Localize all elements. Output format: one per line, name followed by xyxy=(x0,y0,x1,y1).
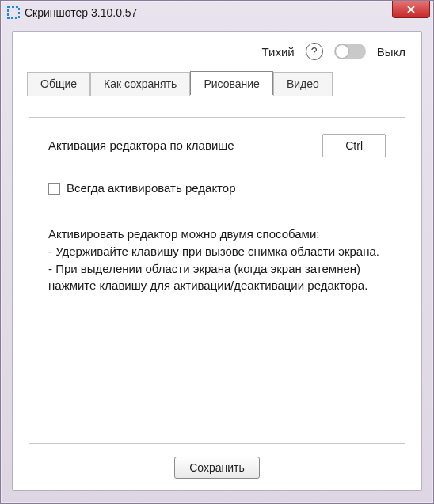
tab-strip: Общие Как сохранять Рисование Видео xyxy=(13,71,421,95)
help-button[interactable]: ? xyxy=(306,43,323,60)
tab-general[interactable]: Общие xyxy=(27,72,90,96)
activation-key-value: Ctrl xyxy=(345,139,363,152)
toggle-knob xyxy=(336,45,348,58)
toggle-state-label: Выкл xyxy=(377,45,405,59)
tab-video[interactable]: Видео xyxy=(273,72,333,96)
help-icon: ? xyxy=(311,45,318,58)
top-row: Тихий ? Выкл xyxy=(13,32,421,66)
quiet-label: Тихий xyxy=(262,45,295,59)
activation-row: Активация редактора по клавише Ctrl xyxy=(48,134,386,157)
app-icon xyxy=(7,6,20,19)
tab-save[interactable]: Как сохранять xyxy=(90,72,190,96)
always-activate-checkbox[interactable] xyxy=(48,183,60,195)
activation-label: Активация редактора по клавише xyxy=(48,137,234,154)
close-icon xyxy=(406,5,416,14)
always-activate-label: Всегда активировать редактор xyxy=(67,180,236,197)
footer: Сохранить xyxy=(13,457,421,479)
activation-description: Активировать редактор можно двумя способ… xyxy=(48,225,386,294)
tab-drawing[interactable]: Рисование xyxy=(190,71,273,95)
window-title: Скриншотер 3.10.0.57 xyxy=(25,6,392,19)
save-button[interactable]: Сохранить xyxy=(174,457,260,479)
panel-inner: Активация редактора по клавише Ctrl Всег… xyxy=(29,118,405,310)
titlebar: Скриншотер 3.10.0.57 xyxy=(1,1,433,25)
activation-key-select[interactable]: Ctrl xyxy=(322,134,386,157)
close-button[interactable] xyxy=(392,1,430,18)
settings-window: Скриншотер 3.10.0.57 Тихий ? Выкл Общие … xyxy=(0,0,434,504)
tab-panel-drawing: Активация редактора по клавише Ctrl Всег… xyxy=(29,117,405,444)
quiet-toggle[interactable] xyxy=(334,44,366,59)
content-area: Тихий ? Выкл Общие Как сохранять Рисован… xyxy=(12,31,422,491)
always-activate-row: Всегда активировать редактор xyxy=(48,180,386,197)
svg-rect-0 xyxy=(8,7,19,18)
